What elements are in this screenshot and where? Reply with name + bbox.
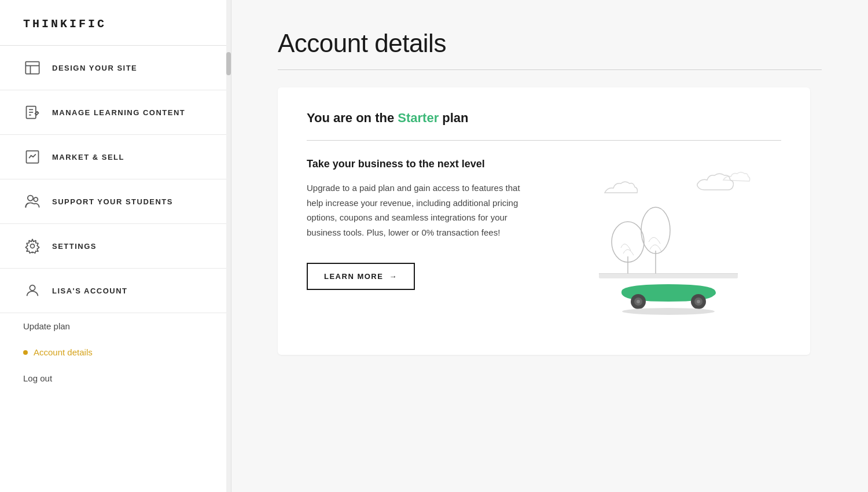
card-divider [307, 140, 781, 141]
sub-link-update-plan[interactable]: Update plan [23, 313, 208, 339]
svg-point-16 [641, 207, 670, 254]
layout-icon [23, 58, 42, 77]
logo-container: THINKIFIC [0, 0, 231, 46]
sidebar-item-learning[interactable]: MANAGE LEARNING CONTENT [0, 90, 231, 135]
sidebar-item-learning-label: MANAGE LEARNING CONTENT [52, 108, 185, 117]
sidebar-item-design[interactable]: DESIGN YOUR SITE [0, 46, 231, 90]
svg-rect-0 [25, 62, 39, 74]
sidebar-item-settings[interactable]: SETTINGS [0, 224, 231, 269]
upgrade-description: Upgrade to a paid plan and gain access t… [307, 181, 532, 240]
sidebar-item-market[interactable]: MARKET & SELL [0, 135, 231, 179]
scrollbar-thumb[interactable] [226, 52, 231, 75]
gear-icon [23, 237, 42, 255]
card-text-area: Take your business to the next level Upg… [307, 158, 532, 290]
sidebar-item-support-label: SUPPORT YOUR STUDENTS [52, 197, 173, 206]
card-illustration [556, 158, 781, 326]
svg-point-10 [34, 197, 38, 201]
svg-point-25 [622, 308, 715, 315]
sub-link-account-details[interactable]: Account details [23, 339, 208, 365]
svg-rect-18 [599, 274, 738, 278]
svg-point-11 [31, 244, 35, 248]
upgrade-title: Take your business to the next level [307, 158, 532, 170]
plan-header: You are on the Starter plan [307, 111, 781, 126]
svg-point-9 [28, 196, 33, 201]
sidebar-item-market-label: MARKET & SELL [52, 153, 124, 161]
sidebar-item-settings-label: SETTINGS [52, 242, 97, 251]
learn-more-button[interactable]: LEARN MORE → [307, 263, 415, 290]
chart-icon [23, 148, 42, 166]
svg-point-24 [697, 300, 700, 303]
svg-line-7 [37, 112, 38, 113]
svg-point-21 [637, 300, 640, 303]
sidebar: THINKIFIC DESIGN YOUR SITE [0, 0, 231, 492]
plan-prefix: You are on the [307, 111, 398, 125]
sidebar-sub-links: Update plan Account details Log out [0, 313, 231, 391]
logo: THINKIFIC [23, 17, 106, 31]
plan-card: You are on the Starter plan Take your bu… [278, 87, 810, 355]
users-icon [23, 192, 42, 211]
sidebar-item-support[interactable]: SUPPORT YOUR STUDENTS [0, 179, 231, 224]
sidebar-item-account-label: LISA'S ACCOUNT [52, 287, 128, 295]
learn-more-arrow: → [389, 272, 398, 281]
sidebar-item-account[interactable]: LISA'S ACCOUNT [0, 269, 231, 313]
active-dot-indicator [23, 350, 28, 355]
card-body: Take your business to the next level Upg… [307, 158, 781, 326]
page-divider [278, 69, 822, 70]
plan-suffix: plan [439, 111, 468, 125]
learn-more-label: LEARN MORE [324, 272, 383, 281]
main-content: Account details You are on the Starter p… [231, 0, 868, 492]
sub-link-log-out[interactable]: Log out [23, 365, 208, 391]
scrollbar-track [226, 0, 231, 492]
edit-icon [23, 103, 42, 122]
upgrade-illustration [570, 158, 767, 326]
sidebar-nav: DESIGN YOUR SITE MANAGE LEARNING CONTENT [0, 46, 231, 492]
svg-point-14 [612, 222, 644, 262]
plan-name: Starter [398, 111, 439, 125]
person-icon [23, 281, 42, 300]
svg-point-12 [30, 285, 35, 291]
sidebar-item-design-label: DESIGN YOUR SITE [52, 64, 137, 72]
page-title: Account details [278, 29, 822, 58]
